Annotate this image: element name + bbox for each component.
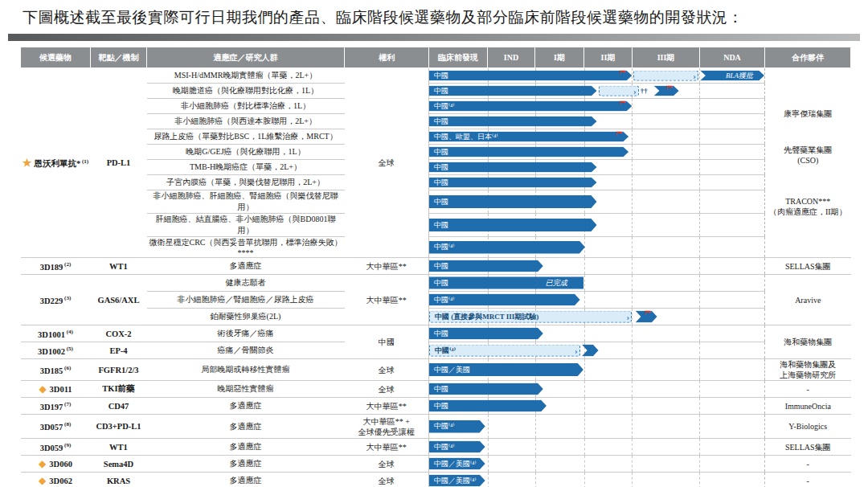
bar-label: 中國⁽⁴⁾ [434,442,455,452]
phase-track-cell: 中國⚑BLA獲批 [429,68,765,84]
phase-gridline [632,439,633,455]
target-cell: WT1 [91,439,147,456]
indication-cell: MSI-H/dMMR晚期實體瘤（單藥，2L+） [147,68,345,84]
bar-label: 中國 [434,384,448,395]
pipeline-row: ◆3D011TKI前藥晚期惡性實體瘤全球中國- [21,381,851,398]
bar-label: 中國⁽⁴⁾ [434,421,455,432]
partner-cell: - [765,456,851,473]
rights-cell: 全球 [345,381,429,398]
phase-track-cell: 中國⚑†† [429,84,765,99]
phase-track-cell: 中國 [429,114,765,129]
indication-cell: 子宮內膜癌（單藥，與樂伐替尼聯用，2L+） [147,175,345,190]
phase-track-cell: 中國 [429,381,765,398]
phase-gridline [632,292,633,308]
col-header-candidate: 候選藥物 [21,47,91,68]
phase-gridline [584,456,585,472]
phase-track-cell: 中國／美國⁽⁴⁾ [429,473,765,487]
phase-bar-solid: 中國／美國⁽⁴⁾ [429,458,485,470]
col-header-phase1: I期 [535,47,584,68]
phase-gridline [632,190,633,213]
drug-name: 3D059 [40,443,63,452]
phase-track-cell: 中國 (直接參與MRCT III期試驗)⚑ [429,309,765,325]
target-cell: Sema4D [91,456,147,473]
divider-bar [8,34,860,41]
phase-track-cell: 中國 [429,325,765,342]
drug-name: 3D185 [40,366,63,374]
phase-gridline [699,275,700,291]
drug-cell: 3D197 (7) [21,398,91,415]
drug-cell: ◆3D062 [21,473,91,487]
phase-bar-dashed: 中國⁽⁴⁾ [429,345,580,357]
phase-track-cell: 中國⁽⁴⁾ [429,237,765,258]
phase-gridline [699,190,700,213]
phase-track-cell: 中國 [429,398,765,415]
phase-gridline [699,129,700,144]
bar-label: 中國 (直接參與MRCT III期試驗) [435,312,538,322]
pipeline-row: 3D185 (6)FGFR1/2/3局部晚期或轉移性實體瘤全球中國／美國海和藥物… [21,359,851,381]
phase-gridline [699,292,700,308]
col-header-phase2: II期 [584,47,633,68]
phase-track-cell: 中國 [429,190,765,214]
bar-label: 中國 [434,178,448,188]
drug-footnote: (5) [65,346,73,352]
phase-gridline [584,359,585,380]
bar-label: 中國 [434,86,448,96]
drug-name: 3D060 [49,460,72,469]
target-cell: TKI前藥 [91,381,147,398]
partner-label: TRACON*** （肉瘤適應症，II期） [765,196,851,217]
phase-gridline [632,114,633,129]
phase-bar-solid: 中國／美國 [429,363,583,376]
phase-gridline [699,309,700,325]
phase-track-cell: 中國 [429,258,765,275]
phase-gridline [584,275,585,291]
target-cell: KRAS [91,473,147,487]
partner-cell: ImmuneOncia [765,398,851,415]
bar-label: 中國 [434,401,448,411]
proprietary-asset-diamond-icon: ◆ [39,475,46,486]
phase-gridline [584,258,585,274]
phase-gridline [699,175,700,190]
phase-gridline [699,214,700,236]
rights-cell: 大中華區** [345,439,429,456]
phase-track-cell: 中國⁽⁴⁾ [429,292,765,309]
phase-gridline [632,309,633,325]
partner-label: 先聲藥業集團 (CSO) [765,145,851,166]
bar-label: 中國⁽⁴⁾ [434,242,455,252]
phase-gridline [584,439,585,455]
pipeline-row: 3D197 (7)CD47多適應症大中華區**中國ImmuneOncia [21,398,851,415]
phase-gridline [632,175,633,190]
phase-track-cell: 中國／美國 [429,359,765,381]
phase-gridline [535,473,536,487]
drug-name: 恩沃利單抗* [34,159,80,168]
target-cell: GAS6/AXL [91,275,147,325]
phase-gridline [632,68,633,83]
indication-cell: 非小細胞肺癌、肝細胞癌、腎細胞癌（與樂伐替尼聯用） [147,190,345,214]
phase-gridline [699,456,700,472]
target-cell: WT1 [91,258,147,275]
phase-gridline [699,99,700,113]
phase-bar-dashed [633,71,698,81]
partner-cell: - [765,381,851,398]
target-cell: FGFR1/2/3 [91,359,147,381]
phase-gridline [699,473,700,487]
drug-name: 3D062 [49,477,72,485]
bar-label: 中國 [434,220,448,231]
bar-label: 中國 [434,278,448,289]
phase-gridline [632,129,633,144]
drug-cell: 3D185 (6) [21,359,91,381]
col-header-partner: 合作夥伴 [765,47,851,68]
phase-track-cell: 中國 [429,145,765,160]
phase-gridline [584,415,585,438]
rights-cell: 全球 [345,473,429,487]
rights-cell: 全球 [345,359,429,381]
drug-cell: ◆3D060 [21,456,91,473]
target-cell: CD47 [91,398,147,415]
pipeline-row: ★恩沃利單抗* (1)PD-L1MSI-H/dMMR晚期實體瘤（單藥，2L+）全… [21,68,851,84]
phase-gridline [699,84,700,98]
indication-cell: 多適應症 [147,439,345,456]
indication-cell: 多適應症 [147,398,345,415]
indication-cell: 晚期G/GEJ癌（與化療聯用，1L） [147,145,345,160]
phase-bar-solid: 中國 [429,147,628,158]
phase-bar-solid: ⚑ [653,86,678,96]
drug-cell: 3D1002 (5) [21,342,91,359]
